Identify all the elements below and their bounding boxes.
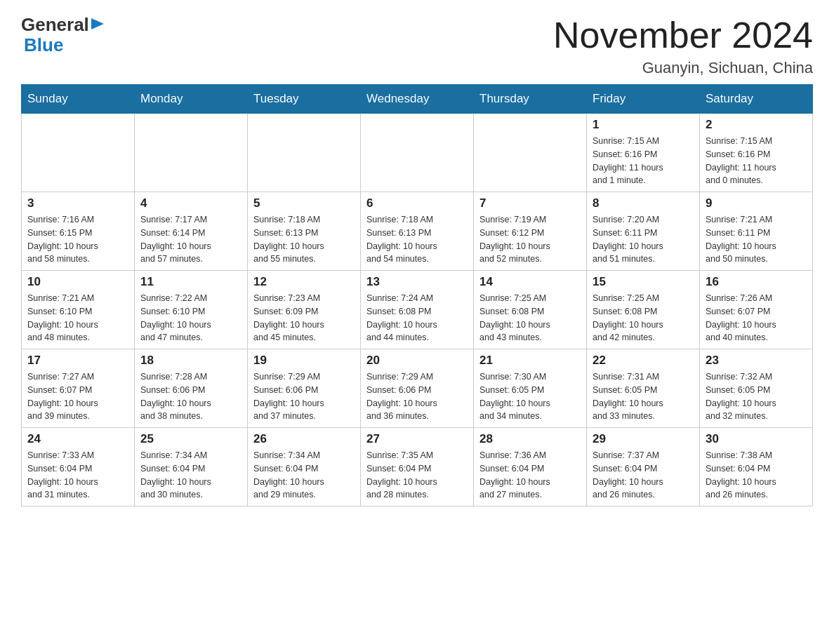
calendar-cell: 4Sunrise: 7:17 AM Sunset: 6:14 PM Daylig… bbox=[135, 192, 248, 271]
calendar-cell: 10Sunrise: 7:21 AM Sunset: 6:10 PM Dayli… bbox=[22, 271, 135, 349]
title-section: November 2024 Guanyin, Sichuan, China bbox=[553, 14, 813, 77]
day-info: Sunrise: 7:29 AM Sunset: 6:06 PM Dayligh… bbox=[366, 370, 468, 423]
day-number: 3 bbox=[27, 196, 128, 210]
day-info: Sunrise: 7:17 AM Sunset: 6:14 PM Dayligh… bbox=[140, 213, 241, 266]
week-row-3: 10Sunrise: 7:21 AM Sunset: 6:10 PM Dayli… bbox=[22, 271, 813, 349]
day-number: 14 bbox=[479, 275, 581, 289]
day-info: Sunrise: 7:15 AM Sunset: 6:16 PM Dayligh… bbox=[706, 135, 807, 187]
day-number: 15 bbox=[593, 275, 694, 289]
calendar-cell: 14Sunrise: 7:25 AM Sunset: 6:08 PM Dayli… bbox=[474, 271, 587, 349]
day-number: 26 bbox=[253, 432, 355, 446]
day-info: Sunrise: 7:26 AM Sunset: 6:07 PM Dayligh… bbox=[706, 292, 807, 344]
logo-blue-word: Blue bbox=[24, 34, 63, 56]
calendar-cell: 7Sunrise: 7:19 AM Sunset: 6:12 PM Daylig… bbox=[474, 192, 587, 271]
day-number: 1 bbox=[593, 118, 694, 132]
day-info: Sunrise: 7:38 AM Sunset: 6:04 PM Dayligh… bbox=[706, 449, 807, 502]
day-number: 9 bbox=[706, 196, 807, 210]
calendar-cell: 6Sunrise: 7:18 AM Sunset: 6:13 PM Daylig… bbox=[361, 192, 474, 271]
week-row-2: 3Sunrise: 7:16 AM Sunset: 6:15 PM Daylig… bbox=[22, 192, 813, 271]
calendar-cell: 26Sunrise: 7:34 AM Sunset: 6:04 PM Dayli… bbox=[248, 428, 361, 507]
month-title: November 2024 bbox=[553, 14, 813, 56]
day-number: 21 bbox=[479, 354, 581, 368]
day-number: 17 bbox=[27, 354, 128, 368]
calendar-cell bbox=[22, 114, 135, 192]
day-info: Sunrise: 7:36 AM Sunset: 6:04 PM Dayligh… bbox=[479, 449, 581, 502]
day-info: Sunrise: 7:33 AM Sunset: 6:04 PM Dayligh… bbox=[27, 449, 128, 502]
day-number: 2 bbox=[706, 118, 807, 132]
calendar-cell: 8Sunrise: 7:20 AM Sunset: 6:11 PM Daylig… bbox=[587, 192, 700, 271]
calendar-cell: 3Sunrise: 7:16 AM Sunset: 6:15 PM Daylig… bbox=[22, 192, 135, 271]
day-number: 29 bbox=[593, 432, 694, 446]
logo-general-word: General bbox=[21, 14, 89, 36]
logo: General Blue bbox=[21, 14, 104, 56]
day-number: 12 bbox=[253, 275, 355, 289]
day-info: Sunrise: 7:24 AM Sunset: 6:08 PM Dayligh… bbox=[366, 292, 468, 344]
day-number: 6 bbox=[366, 196, 468, 210]
calendar-cell: 17Sunrise: 7:27 AM Sunset: 6:07 PM Dayli… bbox=[22, 349, 135, 428]
calendar-cell: 22Sunrise: 7:31 AM Sunset: 6:05 PM Dayli… bbox=[587, 349, 700, 428]
calendar-cell bbox=[361, 114, 474, 192]
day-info: Sunrise: 7:34 AM Sunset: 6:04 PM Dayligh… bbox=[140, 449, 241, 502]
day-number: 22 bbox=[593, 354, 694, 368]
calendar-cell: 13Sunrise: 7:24 AM Sunset: 6:08 PM Dayli… bbox=[361, 271, 474, 349]
calendar-cell: 20Sunrise: 7:29 AM Sunset: 6:06 PM Dayli… bbox=[361, 349, 474, 428]
calendar-cell: 19Sunrise: 7:29 AM Sunset: 6:06 PM Dayli… bbox=[248, 349, 361, 428]
day-info: Sunrise: 7:34 AM Sunset: 6:04 PM Dayligh… bbox=[253, 449, 355, 502]
day-info: Sunrise: 7:16 AM Sunset: 6:15 PM Dayligh… bbox=[27, 213, 128, 266]
day-number: 19 bbox=[253, 354, 355, 368]
day-info: Sunrise: 7:30 AM Sunset: 6:05 PM Dayligh… bbox=[479, 370, 581, 423]
day-info: Sunrise: 7:15 AM Sunset: 6:16 PM Dayligh… bbox=[593, 135, 694, 187]
calendar-table: SundayMondayTuesdayWednesdayThursdayFrid… bbox=[21, 84, 813, 507]
day-info: Sunrise: 7:22 AM Sunset: 6:10 PM Dayligh… bbox=[140, 292, 241, 344]
calendar-cell: 28Sunrise: 7:36 AM Sunset: 6:04 PM Dayli… bbox=[474, 428, 587, 507]
day-header-saturday: Saturday bbox=[700, 85, 813, 114]
calendar-cell: 18Sunrise: 7:28 AM Sunset: 6:06 PM Dayli… bbox=[135, 349, 248, 428]
calendar-cell: 25Sunrise: 7:34 AM Sunset: 6:04 PM Dayli… bbox=[135, 428, 248, 507]
calendar-cell: 1Sunrise: 7:15 AM Sunset: 6:16 PM Daylig… bbox=[587, 114, 700, 192]
day-number: 24 bbox=[27, 432, 128, 446]
calendar-cell: 16Sunrise: 7:26 AM Sunset: 6:07 PM Dayli… bbox=[700, 271, 813, 349]
calendar-cell bbox=[135, 114, 248, 192]
day-number: 25 bbox=[140, 432, 241, 446]
calendar-cell: 11Sunrise: 7:22 AM Sunset: 6:10 PM Dayli… bbox=[135, 271, 248, 349]
page-header: General Blue November 2024 Guanyin, Sich… bbox=[21, 14, 813, 77]
calendar-cell bbox=[248, 114, 361, 192]
day-header-friday: Friday bbox=[587, 85, 700, 114]
day-header-wednesday: Wednesday bbox=[361, 85, 474, 114]
location-subtitle: Guanyin, Sichuan, China bbox=[553, 59, 813, 77]
day-number: 5 bbox=[253, 196, 355, 210]
svg-marker-0 bbox=[91, 18, 104, 29]
day-info: Sunrise: 7:18 AM Sunset: 6:13 PM Dayligh… bbox=[253, 213, 355, 266]
calendar-cell: 30Sunrise: 7:38 AM Sunset: 6:04 PM Dayli… bbox=[700, 428, 813, 507]
day-info: Sunrise: 7:19 AM Sunset: 6:12 PM Dayligh… bbox=[479, 213, 581, 266]
calendar-cell bbox=[474, 114, 587, 192]
day-number: 28 bbox=[479, 432, 581, 446]
logo-line2: Blue bbox=[21, 34, 63, 56]
day-info: Sunrise: 7:31 AM Sunset: 6:05 PM Dayligh… bbox=[593, 370, 694, 423]
calendar-cell: 29Sunrise: 7:37 AM Sunset: 6:04 PM Dayli… bbox=[587, 428, 700, 507]
day-info: Sunrise: 7:27 AM Sunset: 6:07 PM Dayligh… bbox=[27, 370, 128, 423]
day-number: 11 bbox=[140, 275, 241, 289]
day-header-thursday: Thursday bbox=[474, 85, 587, 114]
day-info: Sunrise: 7:32 AM Sunset: 6:05 PM Dayligh… bbox=[706, 370, 807, 423]
day-number: 8 bbox=[593, 196, 694, 210]
day-info: Sunrise: 7:28 AM Sunset: 6:06 PM Dayligh… bbox=[140, 370, 241, 423]
calendar-cell: 12Sunrise: 7:23 AM Sunset: 6:09 PM Dayli… bbox=[248, 271, 361, 349]
day-number: 16 bbox=[706, 275, 807, 289]
day-number: 18 bbox=[140, 354, 241, 368]
day-number: 23 bbox=[706, 354, 807, 368]
day-header-tuesday: Tuesday bbox=[248, 85, 361, 114]
day-info: Sunrise: 7:18 AM Sunset: 6:13 PM Dayligh… bbox=[366, 213, 468, 266]
logo-general-text: General bbox=[21, 14, 104, 36]
day-number: 30 bbox=[706, 432, 807, 446]
day-info: Sunrise: 7:29 AM Sunset: 6:06 PM Dayligh… bbox=[253, 370, 355, 423]
calendar-cell: 27Sunrise: 7:35 AM Sunset: 6:04 PM Dayli… bbox=[361, 428, 474, 507]
calendar-cell: 23Sunrise: 7:32 AM Sunset: 6:05 PM Dayli… bbox=[700, 349, 813, 428]
week-row-1: 1Sunrise: 7:15 AM Sunset: 6:16 PM Daylig… bbox=[22, 114, 813, 192]
day-info: Sunrise: 7:21 AM Sunset: 6:10 PM Dayligh… bbox=[27, 292, 128, 344]
day-info: Sunrise: 7:37 AM Sunset: 6:04 PM Dayligh… bbox=[593, 449, 694, 502]
calendar-cell: 2Sunrise: 7:15 AM Sunset: 6:16 PM Daylig… bbox=[700, 114, 813, 192]
day-info: Sunrise: 7:25 AM Sunset: 6:08 PM Dayligh… bbox=[479, 292, 581, 344]
week-row-5: 24Sunrise: 7:33 AM Sunset: 6:04 PM Dayli… bbox=[22, 428, 813, 507]
day-info: Sunrise: 7:23 AM Sunset: 6:09 PM Dayligh… bbox=[253, 292, 355, 344]
